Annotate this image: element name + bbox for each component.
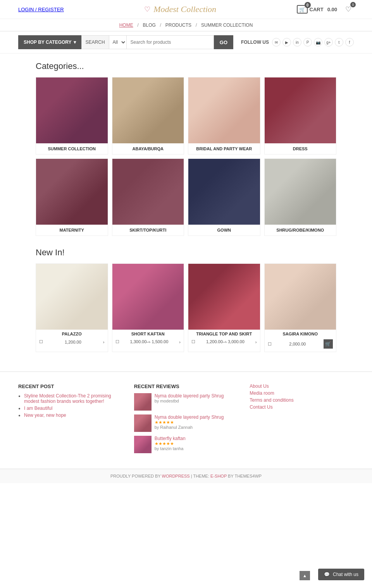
review-thumbnail: [134, 414, 152, 432]
shop-by-category-button[interactable]: SHOP BY CATEGORY ▾: [18, 35, 81, 49]
arrow-icon[interactable]: ›: [255, 340, 257, 344]
review-product-link[interactable]: Nyma double layered party Shrug: [155, 414, 224, 420]
nav-products[interactable]: PRODUCTS: [165, 22, 191, 28]
header-right: 🛒 0 CART 0.00 ♡ 0: [297, 4, 354, 15]
logo-text: Modest Collection: [153, 4, 216, 14]
product-item[interactable]: TRIANGLE TOP AND SKIRT ☐ 1,200.00–৳ 3,00…: [188, 263, 260, 352]
category-item[interactable]: GOWN: [188, 158, 260, 236]
googleplus-icon[interactable]: g+: [324, 38, 333, 46]
footer-by-text: BY THEMES4WP: [228, 474, 262, 478]
follow-us-label: FOLLOW US: [241, 40, 269, 45]
category-item[interactable]: MATERNITY: [36, 158, 108, 236]
review-info: Nyma double layered party Shrug ★★★★★ by…: [155, 414, 224, 430]
twitter-icon[interactable]: t: [335, 38, 343, 46]
terms-link[interactable]: Terms and conditions: [250, 397, 354, 403]
wishlist-button[interactable]: ♡ 0: [343, 4, 354, 15]
arrow-icon[interactable]: ›: [103, 340, 105, 344]
linkedin-icon[interactable]: in: [293, 38, 301, 46]
list-item: Styline Modest Collection-The 2 promisin…: [24, 393, 122, 404]
nav-home[interactable]: HOME: [119, 22, 133, 28]
footer-powered-text: PROUDLY POWERED BY: [110, 474, 162, 478]
post-link-3[interactable]: New year, new hope: [24, 413, 66, 418]
list-item: I am Beautiful: [24, 406, 122, 411]
eshop-link[interactable]: E-SHOP: [210, 474, 227, 478]
price-icon: ☐: [39, 339, 43, 344]
product-name-kimono: SAGIRA KIMONO: [265, 330, 336, 338]
search-label: SEARCH: [81, 35, 109, 49]
category-image-shrug: [265, 159, 336, 225]
youtube-icon[interactable]: ▶: [282, 38, 291, 46]
email-icon[interactable]: ✉: [272, 38, 281, 46]
category-name-shrug: SHRUG/ROBE/KIMONO: [265, 225, 336, 236]
category-item[interactable]: SUMMER COLLECTION: [36, 77, 108, 155]
instagram-icon[interactable]: 📷: [314, 38, 322, 46]
cart-amount: 0.00: [327, 7, 337, 12]
logo-heart-icon: ♡: [144, 5, 150, 14]
about-us-link[interactable]: About Us: [250, 383, 354, 389]
review-product-link[interactable]: Butterfly kaftan: [155, 436, 186, 441]
product-image-kimono: [265, 264, 336, 330]
price-icon: ☐: [268, 342, 272, 347]
review-info: Butterfly kaftan ★★★★★ by tanzin tanha: [155, 436, 186, 451]
go-button[interactable]: GO: [214, 35, 233, 49]
category-name-gown: GOWN: [188, 225, 260, 236]
pinterest-icon[interactable]: P: [303, 38, 312, 46]
review-thumbnail: [134, 436, 152, 453]
review-thumbnail: [134, 393, 152, 411]
star-rating: ★★★★★: [155, 420, 224, 425]
product-price-triangle: ☐ 1,200.00–৳ 3,000.00 ›: [188, 338, 260, 347]
category-item[interactable]: ABAYA/BURQA: [112, 77, 184, 155]
facebook-icon[interactable]: f: [345, 38, 354, 46]
category-name-maternity: MATERNITY: [36, 225, 108, 236]
product-item[interactable]: SHORT KAFTAN ☐ 1,300.00–৳ 1,500.00 ›: [112, 263, 184, 352]
review-info: Nyma double layered party Shrug by modes…: [155, 393, 224, 403]
new-in-title: New In!: [36, 248, 336, 258]
review-item: Butterfly kaftan ★★★★★ by tanzin tanha: [134, 436, 238, 453]
category-name-bridal: BRIDAL AND PARTY WEAR: [188, 143, 260, 154]
category-item[interactable]: SHRUG/ROBE/KIMONO: [264, 158, 337, 236]
product-item[interactable]: PALAZZO ☐ 1,200.00 ›: [36, 263, 108, 352]
category-image-bridal: [188, 77, 260, 143]
post-link-2[interactable]: I am Beautiful: [24, 406, 52, 411]
nav-blog[interactable]: BLOG: [143, 22, 156, 28]
product-name-triangle: TRIANGLE TOP AND SKIRT: [188, 330, 260, 338]
add-to-cart-button[interactable]: 🛒: [324, 339, 333, 349]
category-image-abaya: [112, 77, 184, 143]
post-link-1[interactable]: Styline Modest Collection-The 2 promisin…: [24, 393, 111, 404]
search-category-select[interactable]: All: [109, 35, 126, 49]
reviewer-name: by Raihanul Zannah: [155, 425, 224, 430]
arrow-icon[interactable]: ›: [179, 340, 181, 344]
category-image-summer: [36, 77, 108, 143]
reviewer-name: by tanzin tanha: [155, 446, 186, 451]
product-name-kaftan: SHORT KAFTAN: [112, 330, 184, 338]
product-item[interactable]: SAGIRA KIMONO ☐ 2,000.00 🛒: [264, 263, 337, 352]
recent-post-list: Styline Modest Collection-The 2 promisin…: [18, 393, 122, 418]
recent-post-title: RECENT POST: [18, 383, 122, 389]
product-price-palazzo: ☐ 1,200.00 ›: [36, 338, 108, 347]
nav-summer[interactable]: SUMMER COLLECTION: [201, 22, 253, 28]
star-rating: ★★★★★: [155, 441, 186, 446]
review-product-link[interactable]: Nyma double layered party Shrug: [155, 393, 224, 399]
price-value: 1,200.00–৳ 3,000.00: [206, 339, 245, 344]
contact-link[interactable]: Contact Us: [250, 404, 354, 410]
category-item[interactable]: DRESS: [264, 77, 337, 155]
category-item[interactable]: BRIDAL AND PARTY WEAR: [188, 77, 260, 155]
login-register-text[interactable]: LOGIN / REGISTER: [18, 7, 64, 12]
search-input[interactable]: [126, 35, 214, 49]
main-content: Categories... SUMMER COLLECTION ABAYA/BU…: [17, 53, 355, 371]
logo[interactable]: ♡ Modest Collection: [144, 4, 216, 14]
search-bar: SHOP BY CATEGORY ▾ SEARCH All GO FOLLOW …: [0, 31, 372, 53]
cart-button[interactable]: 🛒 0 CART 0.00: [297, 5, 337, 14]
heart-icon: ♡: [345, 5, 351, 13]
category-name-abaya: ABAYA/BURQA: [112, 143, 184, 154]
media-room-link[interactable]: Media room: [250, 390, 354, 396]
price-icon: ☐: [191, 339, 195, 344]
footer-theme-text: | THEME:: [191, 474, 210, 478]
chevron-down-icon: ▾: [74, 40, 76, 45]
header: LOGIN / REGISTER ♡ Modest Collection 🛒 0…: [0, 0, 372, 19]
category-item[interactable]: SKIRT/TOP/KURTI: [112, 158, 184, 236]
products-grid: PALAZZO ☐ 1,200.00 › SHORT KAFTAN ☐ 1,30…: [36, 263, 336, 352]
wordpress-link[interactable]: WORDPRESS: [162, 474, 190, 478]
login-register-link[interactable]: LOGIN / REGISTER: [18, 7, 64, 12]
recent-post-section: RECENT POST Styline Modest Collection-Th…: [18, 383, 122, 457]
